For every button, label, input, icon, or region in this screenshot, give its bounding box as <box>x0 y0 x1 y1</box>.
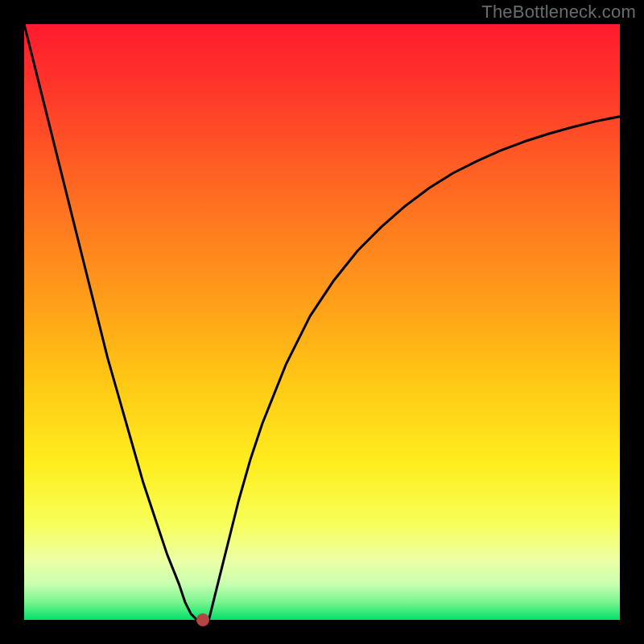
chart-plot-area <box>24 24 620 620</box>
chart-frame: TheBottleneck.com <box>0 0 644 644</box>
watermark-text: TheBottleneck.com <box>481 2 636 23</box>
gradient-background <box>24 24 620 620</box>
optimal-point-marker <box>196 613 209 626</box>
